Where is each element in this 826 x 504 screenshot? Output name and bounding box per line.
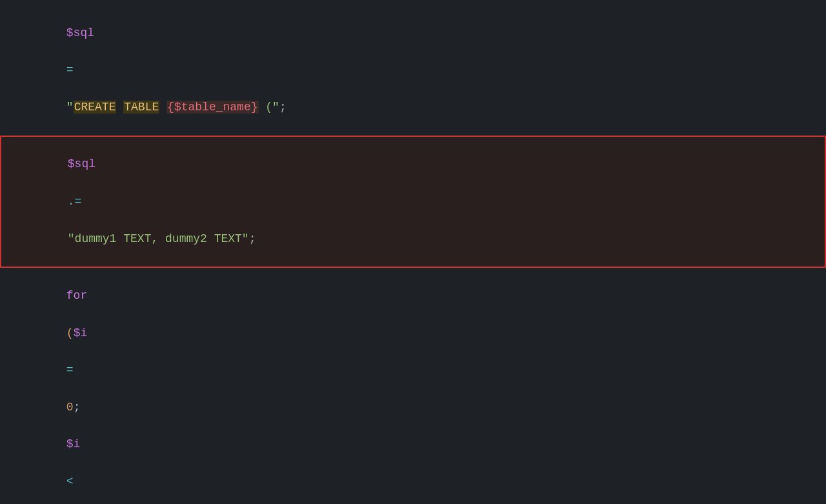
line-content-3: for ($i = 0; $i < count($columns); $i++)… bbox=[22, 268, 826, 504]
token-quote: " bbox=[66, 101, 74, 114]
token-sql-create: CREATE bbox=[74, 101, 117, 114]
token-string-dummy: "dummy1 TEXT, dummy2 TEXT" bbox=[68, 232, 249, 245]
token-for: for bbox=[66, 289, 87, 302]
code-line-3: for ($i = 0; $i < count($columns); $i++)… bbox=[0, 268, 826, 504]
token-semi: ; bbox=[279, 101, 287, 114]
token-semi: ; bbox=[249, 232, 256, 245]
token-space bbox=[66, 345, 74, 358]
token-space bbox=[66, 82, 74, 95]
token-zero: 0 bbox=[66, 401, 74, 414]
code-editor: $sql = "CREATE TABLE {$table_name} ("; $… bbox=[0, 0, 826, 504]
token-space bbox=[66, 308, 74, 321]
token-space bbox=[68, 214, 75, 227]
line-content-1: $sql = "CREATE TABLE {$table_name} ("; bbox=[22, 5, 826, 136]
token-space bbox=[68, 176, 75, 189]
token-space bbox=[66, 456, 74, 469]
token-concat-op: .= bbox=[68, 195, 82, 208]
token-var: $sql bbox=[68, 157, 96, 170]
token-i: $i bbox=[74, 327, 88, 339]
token-lt: < bbox=[66, 475, 74, 488]
token-table-var: {$table_name} bbox=[166, 101, 258, 114]
token-var: $sql bbox=[66, 26, 94, 39]
token-i2: $i bbox=[66, 438, 81, 450]
token-eq: = bbox=[66, 363, 74, 376]
token-space bbox=[66, 45, 74, 58]
token-space2 bbox=[116, 101, 123, 114]
token-rest: (" bbox=[259, 101, 279, 114]
code-line-1: $sql = "CREATE TABLE {$table_name} ("; bbox=[0, 5, 826, 136]
code-line-2: $sql .= "dummy1 TEXT, dummy2 TEXT"; bbox=[0, 136, 826, 268]
token-space3 bbox=[159, 101, 166, 114]
token-space bbox=[66, 382, 74, 395]
token-paren: ( bbox=[66, 327, 74, 339]
token-semi: ; bbox=[74, 401, 81, 414]
token-sql-table: TABLE bbox=[123, 101, 159, 114]
line-content-2: $sql .= "dummy1 TEXT, dummy2 TEXT"; bbox=[23, 137, 825, 267]
token-space bbox=[66, 494, 74, 504]
token-op: = bbox=[66, 63, 74, 76]
token-space bbox=[66, 419, 74, 432]
